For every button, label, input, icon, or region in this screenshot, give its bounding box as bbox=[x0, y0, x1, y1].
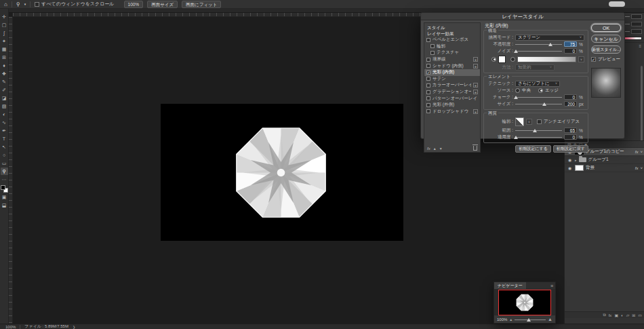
add-effect-icon[interactable]: + bbox=[473, 57, 478, 62]
healing-tool-icon[interactable]: ✚ bbox=[1, 70, 8, 77]
home-icon[interactable]: ⌂ bbox=[4, 1, 7, 7]
layer-name[interactable]: グループ1 bbox=[588, 157, 643, 163]
range-value-field[interactable]: 65 bbox=[564, 128, 577, 133]
fx-badge[interactable]: fx bbox=[635, 166, 639, 170]
choke-slider[interactable] bbox=[515, 94, 562, 100]
status-options-chevron-icon[interactable]: ❯ bbox=[73, 325, 75, 329]
dialog-title[interactable]: レイヤースタイル bbox=[421, 13, 624, 20]
jitter-slider[interactable] bbox=[515, 134, 562, 140]
cancel-button[interactable]: キャンセル bbox=[591, 35, 621, 43]
color-value-field[interactable] bbox=[631, 29, 642, 34]
contour-thumbnail[interactable] bbox=[515, 117, 524, 126]
gradient-preview[interactable] bbox=[517, 56, 576, 62]
style-checkbox[interactable] bbox=[426, 64, 430, 68]
gradient-tool-icon[interactable]: ◐ bbox=[1, 111, 8, 118]
eyedropper-tool-icon[interactable]: ♦ bbox=[1, 62, 8, 69]
new-group-icon[interactable]: ▱ bbox=[626, 313, 630, 317]
layer-style-icon[interactable]: fx bbox=[609, 313, 612, 317]
size-slider[interactable] bbox=[515, 101, 562, 107]
layer-mask-icon[interactable]: ▣ bbox=[614, 313, 618, 317]
navigator-thumbnail[interactable] bbox=[498, 290, 551, 315]
lasso-tool-icon[interactable]: ʃ bbox=[1, 29, 8, 37]
style-item-satin[interactable]: サテン bbox=[424, 76, 480, 83]
fit-screen-button[interactable]: 画面サイズ bbox=[147, 1, 178, 8]
frame-tool-icon[interactable]: ⊞ bbox=[1, 54, 8, 61]
move-tool-icon[interactable]: ✛ bbox=[1, 13, 8, 20]
slider-thumb[interactable] bbox=[514, 50, 518, 53]
style-checkbox[interactable] bbox=[426, 77, 430, 81]
blur-tool-icon[interactable]: ∿ bbox=[1, 119, 8, 126]
new-style-button[interactable]: 新規スタイル... bbox=[591, 45, 621, 54]
adjustment-layer-icon[interactable]: ◐ bbox=[621, 313, 624, 317]
solid-color-radio[interactable] bbox=[491, 57, 496, 62]
fill-screen-button[interactable]: 画面にフィット bbox=[182, 1, 221, 8]
preview-checkbox[interactable] bbox=[591, 57, 596, 62]
fx-badge[interactable]: fx bbox=[635, 150, 639, 154]
contour-picker-caret-icon[interactable]: ˅ bbox=[526, 119, 532, 125]
source-edge-radio[interactable] bbox=[538, 88, 543, 93]
zoom-out-icon[interactable]: ▲ bbox=[509, 317, 512, 322]
fx-icon[interactable]: fx bbox=[427, 147, 430, 151]
style-checkbox[interactable] bbox=[426, 83, 430, 88]
navigator-zoom-slider[interactable] bbox=[515, 317, 546, 322]
slider-thumb[interactable] bbox=[548, 43, 552, 46]
quick-mask-icon[interactable]: ▣ bbox=[1, 193, 8, 201]
share-button[interactable] bbox=[609, 1, 625, 7]
glow-color-swatch[interactable] bbox=[498, 56, 506, 63]
path-select-tool-icon[interactable]: ↖ bbox=[1, 143, 8, 151]
move-up-icon[interactable]: ▲ bbox=[433, 147, 437, 151]
style-item-color-overlay[interactable]: カラーオーバーレイ+ bbox=[424, 82, 480, 89]
new-layer-icon[interactable]: ⊞ bbox=[632, 313, 635, 317]
style-item-bevel[interactable]: ベベルとエンボス bbox=[424, 37, 480, 43]
shape-tool-icon[interactable]: ○ bbox=[1, 151, 8, 159]
blend-mode-select[interactable]: スクリーン˅ bbox=[515, 35, 584, 41]
navigator-view-box[interactable] bbox=[498, 290, 551, 315]
ok-button[interactable]: OK bbox=[591, 24, 621, 32]
style-checkbox[interactable] bbox=[426, 103, 430, 107]
styles-header[interactable]: スタイル bbox=[424, 24, 480, 31]
reset-default-button[interactable]: 初期設定に戻す bbox=[553, 145, 588, 153]
style-checkbox[interactable] bbox=[426, 96, 430, 100]
more-tools-icon[interactable]: ⋯ bbox=[1, 176, 8, 183]
gradient-picker-caret-icon[interactable]: ˅ bbox=[578, 56, 584, 62]
style-item-inner-glow[interactable]: ✓光彩 (内側) bbox=[424, 69, 480, 76]
slider-thumb[interactable] bbox=[533, 129, 537, 132]
layer-row-background[interactable]: ◉ 背景 fx ˅ bbox=[565, 164, 644, 172]
size-value-field[interactable]: 200 bbox=[564, 101, 577, 107]
style-item-texture[interactable]: テクスチャ bbox=[424, 50, 480, 56]
opacity-slider[interactable] bbox=[515, 41, 562, 47]
hand-tool-icon[interactable]: ▭ bbox=[1, 159, 8, 167]
source-center-radio[interactable] bbox=[515, 88, 520, 93]
style-checkbox[interactable] bbox=[430, 51, 435, 55]
marquee-tool-icon[interactable]: ▢ bbox=[1, 21, 8, 28]
link-layers-icon[interactable]: ⧉ bbox=[603, 313, 605, 317]
status-zoom-field[interactable]: 100% bbox=[5, 325, 16, 329]
eraser-tool-icon[interactable]: ▨ bbox=[1, 102, 8, 110]
style-item-inner-shadow[interactable]: シャドウ (内側)+ bbox=[424, 62, 480, 69]
crop-tool-icon[interactable]: ▦ bbox=[1, 45, 8, 53]
fx-collapse-icon[interactable]: ˅ bbox=[640, 150, 643, 154]
history-brush-tool-icon[interactable]: ◪ bbox=[1, 94, 8, 102]
layer-thumbnail[interactable] bbox=[575, 165, 584, 171]
delete-layer-icon[interactable]: ▭ bbox=[638, 313, 642, 317]
style-checkbox-checked[interactable]: ✓ bbox=[426, 71, 430, 75]
zoom-100-button[interactable]: 100% bbox=[124, 1, 144, 8]
foreground-color-swatch[interactable] bbox=[1, 185, 5, 190]
navigator-menu-icon[interactable]: ≡ bbox=[548, 284, 555, 288]
jitter-value-field[interactable]: 0 bbox=[564, 134, 577, 140]
navigator-tab[interactable]: ナビゲーター bbox=[494, 282, 526, 289]
color-value-field[interactable] bbox=[631, 22, 642, 26]
navigator-zoom-value[interactable]: 100% bbox=[497, 317, 507, 322]
slider-thumb[interactable] bbox=[514, 136, 518, 139]
stamp-tool-icon[interactable]: ✐ bbox=[1, 86, 8, 94]
layer-name[interactable]: 背景 bbox=[586, 165, 633, 171]
delete-effect-icon[interactable] bbox=[473, 146, 477, 151]
style-checkbox[interactable] bbox=[426, 58, 430, 62]
make-default-button[interactable]: 初期設定にする bbox=[515, 145, 550, 153]
add-effect-icon[interactable]: + bbox=[473, 64, 478, 69]
screen-mode-icon[interactable]: ⬓ bbox=[1, 201, 8, 209]
zoom-tool-icon[interactable]: ⚲ bbox=[16, 1, 20, 7]
style-item-outer-glow[interactable]: 光彩 (外側) bbox=[424, 102, 480, 109]
brush-tool-icon[interactable]: ✎ bbox=[1, 78, 8, 85]
range-slider[interactable] bbox=[515, 128, 562, 133]
